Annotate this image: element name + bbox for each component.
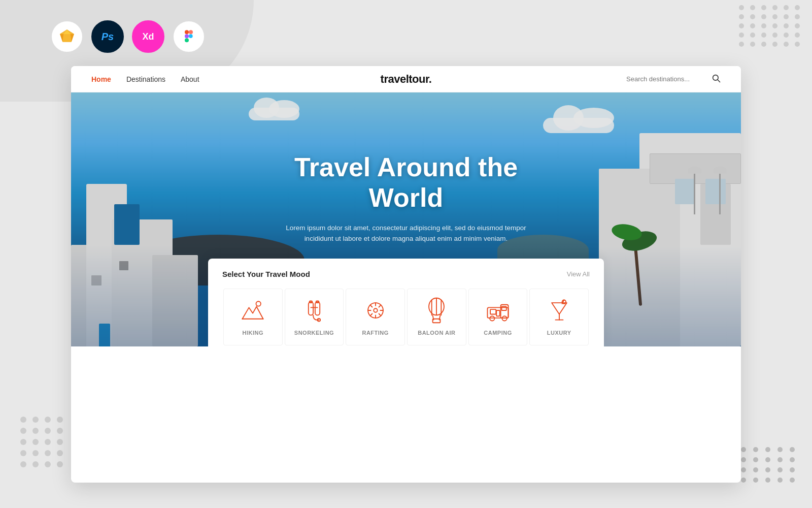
hero-subtitle: Lorem ipsum dolor sit amet, consectetur … xyxy=(284,223,528,244)
svg-line-29 xyxy=(370,314,372,316)
figma-icon[interactable] xyxy=(173,20,205,53)
mood-item-camping[interactable]: CAMPING xyxy=(468,289,528,345)
camping-icon xyxy=(484,296,512,325)
search-icon[interactable] xyxy=(712,74,721,85)
snorkeling-icon xyxy=(300,296,328,325)
svg-rect-7 xyxy=(185,34,189,38)
svg-point-42 xyxy=(502,316,506,321)
hiking-label: HIKING xyxy=(243,330,264,336)
luxury-label: LUXURY xyxy=(547,330,571,336)
photoshop-icon[interactable]: Ps xyxy=(91,20,124,53)
mood-item-balloon[interactable]: BALOON AIR xyxy=(407,289,466,345)
svg-marker-44 xyxy=(552,303,567,314)
dots-bottom-left xyxy=(20,417,64,467)
view-all-link[interactable]: View All xyxy=(567,270,590,278)
mood-item-snorkeling[interactable]: SNORKELING xyxy=(285,289,344,345)
sketch-icon[interactable] xyxy=(51,20,83,53)
mood-section-title: Select Your Travel Mood xyxy=(222,270,310,278)
svg-rect-39 xyxy=(490,309,496,314)
svg-point-21 xyxy=(374,308,377,312)
tool-icons-bar: Ps Xd xyxy=(51,20,205,53)
dots-bottom-right xyxy=(741,447,797,483)
nav-home[interactable]: Home xyxy=(91,75,111,83)
mood-item-hiking[interactable]: HIKING xyxy=(223,289,283,345)
luxury-icon xyxy=(545,296,573,325)
travel-mood-section: Select Your Travel Mood View All xyxy=(208,259,604,346)
hero-title: Travel Around the World xyxy=(254,152,558,213)
navbar: Home Destinations About traveltour. xyxy=(71,66,741,92)
svg-rect-6 xyxy=(189,30,193,34)
site-logo: traveltour. xyxy=(381,73,432,86)
svg-rect-15 xyxy=(315,302,320,315)
svg-marker-4 xyxy=(63,34,72,42)
nav-links: Home Destinations About xyxy=(91,75,199,83)
dots-top-right xyxy=(739,5,802,47)
svg-point-9 xyxy=(189,34,193,38)
mood-item-rafting[interactable]: RAFTING xyxy=(346,289,405,345)
svg-point-12 xyxy=(256,301,261,306)
nav-about[interactable]: About xyxy=(181,75,199,83)
snorkeling-label: SNORKELING xyxy=(294,330,334,336)
balloon-label: BALOON AIR xyxy=(418,330,455,336)
svg-point-41 xyxy=(490,316,494,321)
svg-rect-14 xyxy=(309,302,313,315)
svg-rect-8 xyxy=(185,38,189,42)
search-input[interactable] xyxy=(626,75,707,83)
svg-line-28 xyxy=(379,305,381,307)
svg-line-11 xyxy=(718,80,720,82)
adobe-xd-icon[interactable]: Xd xyxy=(132,20,164,53)
svg-line-26 xyxy=(370,305,372,307)
hiking-icon xyxy=(239,296,267,325)
camping-label: CAMPING xyxy=(484,330,512,336)
nav-destinations[interactable]: Destinations xyxy=(126,75,165,83)
svg-rect-5 xyxy=(185,30,189,34)
svg-line-27 xyxy=(379,314,381,316)
svg-rect-43 xyxy=(496,310,500,316)
mood-item-luxury[interactable]: LUXURY xyxy=(529,289,589,345)
mood-grid: HIKING xyxy=(222,288,590,346)
browser-window: Home Destinations About traveltour. xyxy=(71,66,741,483)
mood-header: Select Your Travel Mood View All xyxy=(222,270,590,278)
hero-section: Travel Around the World Lorem ipsum dolo… xyxy=(71,92,741,346)
nav-search-area xyxy=(626,74,721,85)
balloon-icon xyxy=(422,296,451,325)
rafting-label: RAFTING xyxy=(362,330,388,336)
rafting-icon xyxy=(361,296,390,325)
